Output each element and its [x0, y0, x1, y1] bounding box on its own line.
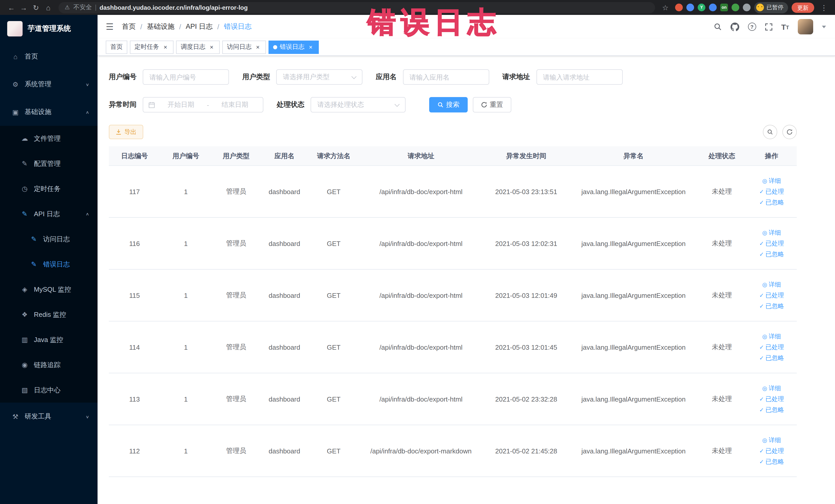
action-ignore-link[interactable]: ✓已忽略: [759, 405, 784, 414]
export-button[interactable]: 导出: [109, 125, 143, 139]
breadcrumb-item[interactable]: 首页: [122, 22, 136, 31]
tab-close-icon[interactable]: ×: [307, 43, 314, 51]
sidebar-item[interactable]: ❖ Redis 监控: [0, 302, 98, 327]
reset-button[interactable]: 重置: [473, 97, 511, 113]
cell-user-type: 管理员: [211, 343, 261, 352]
home-icon: ⌂: [11, 53, 20, 60]
tab[interactable]: 首页: [106, 40, 127, 54]
sidebar-item[interactable]: ◷ 定时任务: [0, 176, 98, 201]
sidebar-item[interactable]: ⌂ 首页: [0, 43, 98, 70]
help-icon[interactable]: [748, 23, 756, 31]
browser-back-icon[interactable]: ←: [5, 3, 18, 12]
action-ignore-link[interactable]: ✓已忽略: [759, 198, 784, 207]
action-detail-link[interactable]: ◎详细: [762, 228, 781, 237]
action-processed-link[interactable]: ✓已处理: [759, 343, 784, 351]
action-processed-link[interactable]: ✓已处理: [759, 291, 784, 300]
action-ignore-link[interactable]: ✓已忽略: [759, 457, 784, 466]
cell-exception-time: 2021-05-03 12:01:49: [483, 291, 570, 299]
sidebar-item[interactable]: ▣ 基础设施 ∧: [0, 98, 98, 126]
action-processed-label: 已处理: [766, 291, 784, 300]
search-icon[interactable]: [713, 23, 721, 31]
exception-time-range-picker[interactable]: 开始日期 - 结束日期: [143, 97, 263, 113]
browser-reload-icon[interactable]: ↻: [30, 3, 42, 12]
tab[interactable]: 访问日志 ×: [222, 40, 266, 54]
sidebar-item[interactable]: ✎ 错误日志: [0, 251, 98, 277]
toggle-search-button[interactable]: [763, 125, 777, 139]
action-detail-link[interactable]: ◎详细: [762, 280, 781, 289]
action-ignore-link[interactable]: ✓已忽略: [759, 250, 784, 259]
action-detail-link[interactable]: ◎详细: [762, 436, 781, 444]
breadcrumb-item[interactable]: 基础设施: [136, 22, 175, 31]
col-process-status: 处理状态: [697, 151, 747, 160]
hamburger-icon[interactable]: ☰: [106, 21, 114, 32]
sidebar-item[interactable]: ⚙ 系统管理 ∨: [0, 70, 98, 98]
extension-on-badge[interactable]: on: [720, 4, 728, 11]
tab[interactable]: 调度日志 ×: [176, 40, 220, 54]
extension-blue-drop[interactable]: [686, 4, 694, 11]
font-size-icon[interactable]: TT: [781, 23, 789, 31]
extension-green-y[interactable]: Y: [698, 4, 705, 11]
sidebar-item[interactable]: ▥ Java 监控: [0, 327, 98, 352]
extension-label: on: [721, 5, 727, 10]
sidebar-item[interactable]: ◈ MySQL 监控: [0, 277, 98, 302]
action-processed-link[interactable]: ✓已处理: [759, 395, 784, 403]
cell-app-name: dashboard: [261, 447, 308, 455]
request-url-input[interactable]: [536, 69, 623, 85]
breadcrumb-item[interactable]: 错误日志: [213, 22, 252, 31]
action-processed-link[interactable]: ✓已处理: [759, 239, 784, 248]
sidebar-item[interactable]: ◉ 链路追踪: [0, 352, 98, 378]
col-exception-time: 异常发生时间: [483, 151, 570, 160]
action-detail-link[interactable]: ◎详细: [762, 384, 781, 392]
extension-green-leaf[interactable]: [732, 4, 739, 11]
sidebar-item[interactable]: ✎ 访问日志: [0, 226, 98, 251]
action-detail-label: 详细: [769, 384, 781, 392]
action-ignore-link[interactable]: ✓已忽略: [759, 354, 784, 362]
avatar-dropdown-caret-icon[interactable]: [822, 25, 826, 28]
app-name-input[interactable]: [403, 69, 489, 85]
user-type-select[interactable]: 请选择用户类型: [276, 69, 363, 85]
user-avatar[interactable]: [798, 19, 813, 35]
action-processed-link[interactable]: ✓已处理: [759, 187, 784, 196]
sidebar-item[interactable]: ☁ 文件管理: [0, 126, 98, 151]
tab[interactable]: 错误日志 ×: [268, 40, 319, 54]
sidebar-item[interactable]: ✎ API 日志 ∧: [0, 201, 98, 226]
sidebar-item[interactable]: ▧ 日志中心: [0, 378, 98, 403]
refresh-button[interactable]: [782, 125, 797, 139]
breadcrumb-item[interactable]: API 日志: [175, 22, 213, 31]
cell-exception-time: 2021-05-03 12:01:45: [483, 343, 570, 351]
action-ignore-link[interactable]: ✓已忽略: [759, 302, 784, 310]
action-detail-link[interactable]: ◎详细: [762, 176, 781, 185]
table-row: 112 1 管理员 dashboard GET /api/infra/db-do…: [109, 425, 797, 477]
tab[interactable]: 定时任务 ×: [130, 40, 174, 54]
browser-menu-icon[interactable]: ⋮: [818, 3, 830, 12]
sidebar-logo[interactable]: 芋道管理系统: [0, 15, 98, 43]
tabs-bar: 首页 定时任务 × 调度日志 × 访问日志 × 错误日志 ×: [98, 39, 835, 56]
process-status-select[interactable]: 请选择处理状态: [311, 97, 406, 113]
address-bar[interactable]: ⚠ 不安全 dashboard.yudao.iocoder.cn/infra/l…: [59, 2, 655, 13]
action-processed-link[interactable]: ✓已处理: [759, 446, 784, 455]
tab-close-icon[interactable]: ×: [208, 43, 215, 51]
extension-pinwheel[interactable]: [743, 4, 751, 11]
github-icon[interactable]: [730, 22, 739, 31]
bookmark-star-icon[interactable]: ☆: [659, 3, 672, 12]
check-icon: ✓: [759, 188, 764, 195]
error-log-icon: ✎: [30, 260, 38, 268]
sidebar-item-label: MySQL 监控: [34, 285, 71, 294]
col-app-name: 应用名: [261, 151, 308, 160]
user-id-input[interactable]: [143, 69, 229, 85]
profile-chip[interactable]: 已暂停: [754, 2, 788, 13]
extension-blue-grid[interactable]: [709, 4, 717, 11]
sidebar-item[interactable]: ✎ 配置管理: [0, 151, 98, 176]
chrome-update-button[interactable]: 更新: [792, 2, 814, 13]
browser-forward-icon[interactable]: →: [18, 3, 30, 12]
tab-close-icon[interactable]: ×: [254, 43, 261, 51]
toolbar-right: [763, 125, 797, 139]
search-button[interactable]: 搜索: [429, 97, 468, 113]
action-detail-link[interactable]: ◎详细: [762, 332, 781, 341]
extension-orange-circle[interactable]: [675, 4, 683, 11]
sidebar-item[interactable]: ⚒ 研发工具 ∨: [0, 403, 98, 430]
fullscreen-icon[interactable]: [765, 23, 772, 31]
browser-home-icon[interactable]: ⌂: [42, 3, 55, 12]
tab-close-icon[interactable]: ×: [162, 43, 169, 51]
security-warning-icon: ⚠: [65, 4, 70, 11]
